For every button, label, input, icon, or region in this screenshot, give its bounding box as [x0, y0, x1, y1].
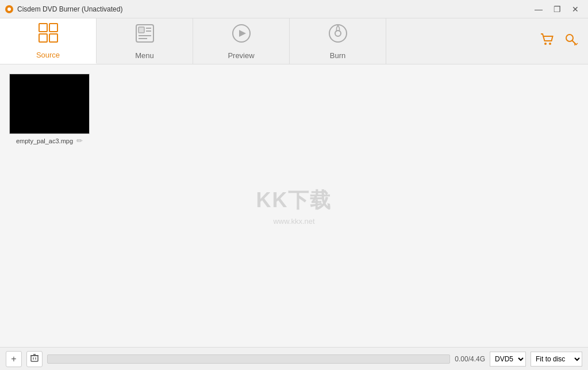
key-button[interactable] — [564, 32, 579, 51]
watermark-url: www.kkx.net — [256, 217, 332, 226]
maximize-button[interactable]: ❐ — [549, 1, 565, 17]
svg-line-21 — [577, 43, 578, 44]
tab-source-label: Source — [36, 51, 60, 59]
svg-rect-3 — [49, 24, 57, 32]
media-item[interactable]: empty_pal_ac3.mpg ✏ — [9, 74, 90, 145]
tab-burn[interactable]: Burn — [290, 18, 386, 64]
tab-menu[interactable]: Menu — [97, 18, 193, 64]
bottom-bar: + 0.00/4.4G DVD5 DVD9 Fit to disc Do not… — [0, 347, 588, 370]
svg-marker-13 — [239, 30, 246, 37]
media-filename: empty_pal_ac3.mpg — [16, 138, 73, 144]
title-bar-left: Cisdem DVD Burner (Unactivated) — [5, 5, 122, 14]
cart-button[interactable] — [540, 32, 555, 51]
storage-info: 0.00/4.4G — [455, 355, 485, 363]
app-title: Cisdem DVD Burner (Unactivated) — [17, 5, 122, 13]
svg-rect-2 — [39, 24, 47, 32]
window-controls: — ❐ ✕ — [531, 1, 583, 17]
tab-preview[interactable]: Preview — [193, 18, 290, 64]
delete-button[interactable] — [26, 351, 43, 367]
svg-point-17 — [549, 43, 551, 45]
minimize-button[interactable]: — — [531, 1, 547, 17]
delete-icon — [30, 353, 39, 365]
close-button[interactable]: ✕ — [567, 1, 583, 17]
tab-bar: Source Menu Preview — [0, 18, 588, 64]
svg-rect-7 — [139, 27, 144, 33]
progress-bar — [47, 354, 450, 364]
add-icon: + — [11, 354, 16, 364]
svg-rect-4 — [39, 34, 47, 42]
watermark-text: KK下载 — [256, 186, 332, 215]
main-content: empty_pal_ac3.mpg ✏ KK下载 www.kkx.net — [0, 64, 588, 347]
disc-type-select[interactable]: DVD5 DVD9 — [490, 352, 526, 367]
tab-menu-label: Menu — [135, 51, 154, 60]
svg-point-18 — [566, 35, 573, 41]
edit-icon[interactable]: ✏ — [76, 136, 83, 145]
menu-icon — [134, 23, 155, 48]
svg-point-1 — [7, 7, 11, 11]
tab-source[interactable]: Source — [0, 18, 97, 64]
source-icon — [38, 22, 59, 47]
svg-point-15 — [335, 30, 341, 36]
media-thumbnail — [9, 74, 90, 134]
title-bar: Cisdem DVD Burner (Unactivated) — ❐ ✕ — [0, 0, 588, 18]
burn-icon — [328, 23, 348, 48]
fit-mode-select[interactable]: Fit to disc Do not fit — [531, 352, 582, 367]
watermark: KK下载 www.kkx.net — [256, 186, 332, 226]
add-button[interactable]: + — [6, 351, 22, 367]
svg-point-14 — [329, 25, 347, 42]
app-icon — [5, 5, 14, 14]
media-grid: empty_pal_ac3.mpg ✏ — [0, 64, 588, 154]
svg-point-16 — [544, 43, 547, 45]
svg-rect-5 — [49, 34, 57, 42]
tab-preview-label: Preview — [228, 51, 254, 60]
preview-icon — [231, 23, 252, 48]
tab-burn-label: Burn — [330, 51, 345, 60]
tab-actions — [540, 18, 588, 64]
media-info: empty_pal_ac3.mpg ✏ — [16, 136, 83, 145]
svg-rect-22 — [31, 356, 38, 361]
